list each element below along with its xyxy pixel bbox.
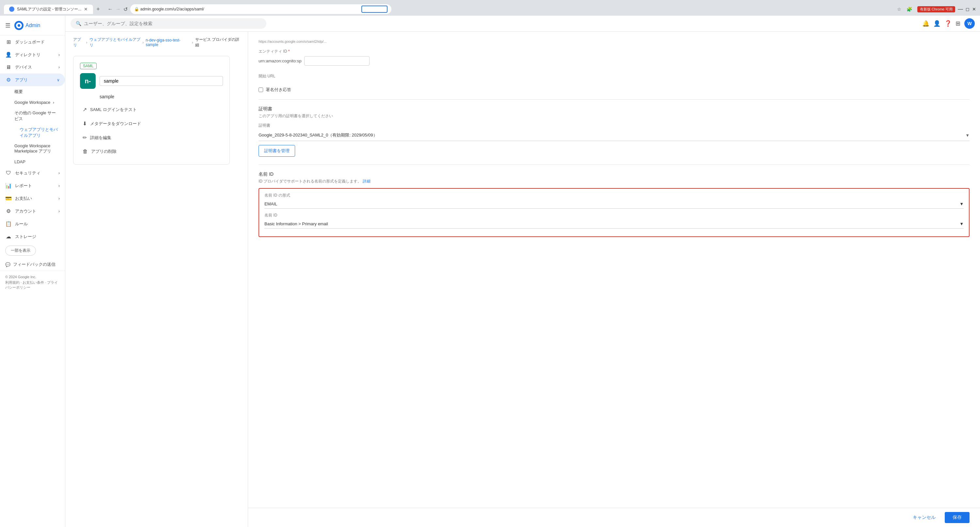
sidebar-item-ldap[interactable]: LDAP [9,157,65,167]
reload-button[interactable]: ↺ [123,6,128,13]
sidebar: ☰ Admin ⊞ ダッシュボード 👤 ディレクトリ › 🖥 デバイス › [0,16,65,527]
min-button[interactable]: — [958,6,963,12]
action-edit-details[interactable]: ✏ 詳細を編集 [80,131,223,144]
cert-manage-button[interactable]: 証明書を管理 [259,145,295,157]
name-id-box: 名前 ID の形式 EMAIL ▼ 名前 ID [259,188,970,237]
action-delete-app[interactable]: 🗑 アプリの削除 [80,145,223,158]
sidebar-label-directory: ディレクトリ [15,52,40,58]
name-id-title: 名前 ID [259,172,970,177]
sidebar-item-apps[interactable]: ⚙ アプリ ∨ [0,73,65,86]
close-button[interactable]: ✕ [972,6,976,12]
name-id-format-field: 名前 ID の形式 EMAIL ▼ [264,193,964,209]
breadcrumb-sep-2: › [142,40,144,45]
sidebar-item-billing[interactable]: 💳 お支払い › [0,192,65,205]
page-footer: キャンセル 保存 [248,508,980,527]
name-id-detail-link[interactable]: 詳細 [363,179,371,183]
app-actions: ↗ SAML ログインをテスト ⬇ メタデータをダウンロード ✏ 詳細を編集 [80,103,223,158]
sidebar-item-rules[interactable]: 📋 ルール [0,218,65,230]
sidebar-label-rules: ルール [15,221,28,227]
name-id-format-dropdown[interactable]: EMAIL ▼ [264,199,964,209]
action-download-meta[interactable]: ⬇ メタデータをダウンロード [80,117,223,130]
action-test-login[interactable]: ↗ SAML ログインをテスト [80,103,223,116]
feedback-label: フィードバックの送信 [13,261,56,267]
app-layout: ☰ Admin ⊞ ダッシュボード 👤 ディレクトリ › 🖥 デバイス › [0,16,980,527]
sidebar-item-marketplace[interactable]: Google Workspace Marketplace アプリ [9,141,65,157]
update-badge[interactable]: 有新版 Chrome 可用 [917,6,955,13]
breadcrumb-app-name[interactable]: n-dev-giga-sso-test-sample [146,38,190,47]
search-icon: 🔍 [76,21,81,26]
star-icon[interactable]: ☆ [897,6,901,12]
app-name-input[interactable] [100,76,223,86]
forward-button[interactable]: → [116,6,121,12]
breadcrumb-apps[interactable]: アプリ [73,37,84,48]
hamburger-menu[interactable]: ☰ [5,22,10,29]
back-button[interactable]: ← [108,6,113,12]
footer-links: 利用規約 · お支払い条件 · プライバシーポリシー [5,280,60,290]
sidebar-item-security[interactable]: 🛡 セキュリティ › [0,167,65,179]
app-card: SAML n- sample ↗ SAML ログインをテスト [73,56,230,164]
feedback-link[interactable]: 💬 フィードバックの送信 [0,258,65,271]
search-bar[interactable]: 🔍 [70,18,266,29]
cert-value: Google_2029-5-8-202340_SAML2_0（有効期限: 202… [259,132,377,138]
name-id-value-field: 名前 ID Basic Information > Primary email … [264,213,964,229]
cancel-button[interactable]: キャンセル [908,512,941,523]
restore-button[interactable]: ◻ [966,6,970,12]
footer-copyright: © 2024 Google Inc. [5,275,60,279]
name-id-format-arrow: ▼ [959,201,964,206]
breadcrumb-web-mobile[interactable]: ウェブアプリとモバイルアプリ [89,37,141,48]
sidebar-item-google-workspace[interactable]: Google Workspace › [9,97,65,107]
sidebar-item-reports[interactable]: 📊 レポート › [0,179,65,192]
breadcrumb: アプリ › ウェブアプリとモバイルアプリ › n-dev-giga-sso-te… [65,32,248,51]
signed-response-row: 署名付き応答 [259,87,970,93]
signed-response-checkbox[interactable] [259,88,263,92]
entity-id-input[interactable] [304,56,369,65]
right-container: https://accounts.google.com/o/saml2/idp/… [248,32,980,527]
cert-dropdown[interactable]: Google_2029-5-8-202340_SAML2_0（有効期限: 202… [259,130,970,141]
sidebar-item-web-mobile[interactable]: ウェブアプリとモバイルアプリ [9,124,65,141]
sidebar-item-overview[interactable]: 概要 [9,86,65,97]
tab-close-button[interactable]: ✕ [84,6,88,12]
cert-section: 証明書 このアプリ用の証明書を選択してください 証明書 Google_2029-… [259,106,970,157]
sidebar-item-directory[interactable]: 👤 ディレクトリ › [0,48,65,61]
saml-badge: SAML [80,63,97,69]
apps-icon: ⚙ [5,77,12,83]
name-id-section: 名前 ID ID プロバイダでサポートされる名前の形式を定義します。 詳細 名前… [259,172,970,237]
sidebar-item-storage[interactable]: ☁ ストレージ [0,230,65,243]
apps-submenu: 概要 Google Workspace › その他の Google サービス ウ… [0,86,65,167]
user-avatar[interactable]: W [964,18,975,29]
entity-id-input-row: urn:amazon:cognito:sp [259,56,970,65]
name-id-value-dropdown[interactable]: Basic Information > Primary email ▼ [264,220,964,229]
start-url-label: 開始 URL [259,73,970,79]
dashboard-icon: ⊞ [5,39,12,45]
label-ldap: LDAP [14,159,25,164]
entity-id-prefix: urn:amazon:cognito:sp [259,59,302,63]
top-bar: 🔍 🔔 👤 ❓ ⊞ W [65,16,980,32]
save-button[interactable]: 保存 [945,512,970,523]
notifications-icon[interactable]: 🔔 [922,20,929,27]
sidebar-item-devices[interactable]: 🖥 デバイス › [0,61,65,73]
label-other-google: その他の Google サービス [14,110,56,121]
apps-grid-icon[interactable]: ⊞ [956,20,961,27]
extensions-icon[interactable]: 🧩 [907,6,912,12]
help-icon[interactable]: ❓ [944,20,951,27]
sidebar-header: ☰ Admin [0,16,65,36]
account-icon[interactable]: 👤 [933,20,940,27]
sidebar-label-billing: お支払い [15,196,32,201]
feedback-icon: 💬 [5,262,10,267]
sidebar-item-dashboard[interactable]: ⊞ ダッシュボード [0,36,65,48]
browser-chrome: SAMLアプリの設定 - 管理コンソー... ✕ + ← → ↺ 🔒 admin… [0,0,980,16]
active-tab[interactable]: SAMLアプリの設定 - 管理コンソー... ✕ [4,5,93,14]
new-tab-button[interactable]: + [94,5,102,14]
name-id-value-arrow: ▼ [959,221,964,226]
app-name-display: sample [80,94,223,99]
address-input[interactable] [361,6,388,13]
sidebar-item-other-google[interactable]: その他の Google サービス [9,107,65,124]
app-info: n- [80,73,223,89]
name-id-value: Basic Information > Primary email [264,221,328,226]
address-bar[interactable]: 🔒 admin.google.com/u/2/ac/apps/saml/ [130,4,391,14]
search-input[interactable] [84,21,261,26]
sidebar-item-account[interactable]: ⚙ アカウント › [0,205,65,218]
start-url-field: 開始 URL [259,73,970,79]
window-controls: ☆ 🧩 [897,6,912,12]
show-more-button[interactable]: 一部を表示 [5,245,36,256]
